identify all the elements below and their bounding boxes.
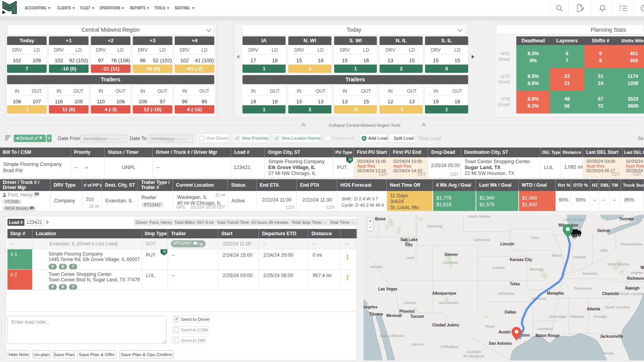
svg-text:San Antonio: San Antonio: [489, 341, 512, 346]
svg-text:West Virginia: West Virginia: [607, 262, 629, 266]
svg-text:New Mexico: New Mexico: [438, 301, 459, 305]
svg-text:Georgia: Georgia: [593, 314, 607, 319]
svg-text:City: City: [405, 243, 413, 247]
svg-text:Boise: Boise: [375, 217, 386, 221]
svg-text:22: 22: [163, 250, 166, 253]
svg-text:Nevada: Nevada: [370, 265, 383, 269]
svg-text:Angeles: Angeles: [364, 305, 378, 309]
svg-text:Florida: Florida: [602, 351, 613, 355]
svg-text:Mexicali: Mexicali: [387, 313, 402, 318]
svg-text:Washi: Washi: [640, 265, 644, 270]
svg-text:North Carolina: North Carolina: [620, 292, 644, 296]
svg-text:Alabama: Alabama: [569, 314, 584, 319]
svg-text:Austin: Austin: [498, 330, 510, 334]
svg-text:Arizona: Arizona: [403, 301, 416, 305]
svg-text:Memphis: Memphis: [547, 291, 564, 295]
svg-text:Colorado: Colorado: [443, 260, 458, 265]
svg-text:Sonora: Sonora: [411, 342, 423, 346]
svg-text:Richmond: Richmond: [627, 276, 644, 281]
svg-text:Ohio: Ohio: [600, 248, 608, 252]
svg-text:Chihuahua: Chihuahua: [440, 344, 458, 349]
svg-text:de Zaragoza: de Zaragoza: [463, 354, 484, 358]
svg-text:Utah: Utah: [406, 256, 414, 260]
svg-text:Denver: Denver: [445, 252, 458, 257]
svg-text:Nebraska: Nebraska: [474, 238, 490, 242]
svg-text:Missouri: Missouri: [529, 267, 543, 271]
svg-text:Lincoln: Lincoln: [500, 242, 514, 246]
svg-text:Toronto: Toronto: [619, 217, 633, 221]
svg-text:Oklahoma: Oklahoma: [497, 291, 514, 295]
svg-text:Pennsylvania: Pennsylvania: [620, 242, 643, 246]
svg-text:Mississippi: Mississippi: [549, 314, 567, 319]
svg-text:Kentucky: Kentucky: [582, 271, 598, 276]
svg-text:Kansas: Kansas: [492, 265, 505, 270]
svg-text:Detroit: Detroit: [597, 229, 610, 233]
svg-text:Ciudad Juárez: Ciudad Juárez: [432, 323, 459, 327]
svg-text:Kansas City: Kansas City: [510, 258, 532, 262]
svg-text:Texas: Texas: [485, 324, 495, 328]
svg-text:Iowa: Iowa: [531, 235, 539, 240]
svg-text:Raleigh: Raleigh: [625, 286, 639, 290]
svg-text:South Dakota: South Dakota: [467, 215, 490, 218]
svg-text:Tucson: Tucson: [411, 314, 424, 319]
svg-text:Illinois: Illinois: [552, 253, 563, 258]
svg-text:Coahuila: Coahuila: [466, 349, 481, 354]
svg-text:Wyoming: Wyoming: [427, 224, 443, 228]
svg-text:South Carolina: South Carolina: [605, 305, 630, 309]
svg-text:Las Vegas: Las Vegas: [378, 287, 398, 291]
svg-text:Tennessee: Tennessee: [574, 286, 592, 290]
svg-text:Tijuana: Tijuana: [369, 312, 383, 316]
svg-text:Charlotte: Charlotte: [602, 292, 619, 296]
svg-text:Tulsa: Tulsa: [510, 282, 520, 286]
svg-text:Lake Michigan: Lake Michigan: [563, 218, 586, 222]
svg-text:Virginia: Virginia: [630, 270, 643, 275]
svg-text:Louisiana: Louisiana: [537, 326, 553, 331]
svg-text:Jacksonville: Jacksonville: [600, 334, 623, 339]
svg-text:Phoenix: Phoenix: [400, 309, 415, 313]
svg-text:Baton Rouge: Baton Rouge: [535, 333, 560, 338]
svg-text:Indiana: Indiana: [573, 255, 585, 259]
svg-text:Dallas: Dallas: [505, 310, 516, 314]
svg-text:Baja California: Baja California: [380, 333, 404, 338]
svg-text:Atlanta: Atlanta: [587, 307, 600, 311]
svg-text:Salt Lake: Salt Lake: [400, 238, 418, 242]
svg-text:22: 22: [349, 158, 352, 161]
svg-text:Albuquerque: Albuquerque: [432, 291, 456, 295]
